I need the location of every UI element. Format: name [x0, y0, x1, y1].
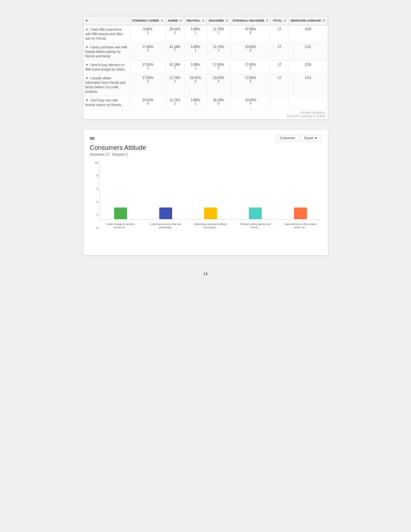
- chart-bars-area: [100, 161, 321, 219]
- survey-table: ▼ STRONGLY AGREE ▼ AGREE ▼ NEUTRAL ▼: [83, 16, 328, 120]
- cell-sd-1: 23.53%4: [230, 43, 271, 61]
- sort-arrow-wa: ▼: [323, 19, 326, 22]
- sort-arrow-sd: ▼: [266, 19, 269, 22]
- cell-a-2: 41.18%7: [165, 61, 184, 74]
- q6-meta: Answered: 17 Skipped: 0: [90, 153, 321, 156]
- cell-n-1: 5.88%1: [184, 43, 207, 61]
- col-header-agree[interactable]: AGREE ▼: [165, 16, 184, 25]
- cell-total-3: 17: [271, 74, 289, 96]
- cell-wa-2: 2.35: [289, 61, 328, 74]
- bar-1: [159, 208, 172, 219]
- table-header-row: ▼ STRONGLY AGREE ▼ AGREE ▼ NEUTRAL ▼: [83, 16, 328, 25]
- cell-d-4: 35.29%6: [207, 96, 230, 110]
- row-label-2: ▼I tend to pay attention to Milk brand b…: [83, 61, 130, 74]
- bar-group-0: [103, 208, 138, 219]
- y-label: 2: [96, 213, 98, 216]
- row-toggle-4[interactable]: ▼: [85, 98, 89, 103]
- y-label: 10: [95, 161, 98, 164]
- row-toggle-3[interactable]: ▼: [85, 76, 89, 81]
- cell-sd-2: 17.65%3: [230, 61, 271, 74]
- q6-header: Q6 Customize Export ▼: [90, 135, 321, 141]
- sort-arrow-a: ▼: [179, 19, 182, 22]
- chart-y-axis: 0246810: [90, 161, 100, 229]
- col-header-strongly-agree[interactable]: STRONGLY AGREE ▼: [130, 16, 166, 25]
- y-label: 4: [96, 200, 98, 203]
- row-label-4: ▼I don't buy new milk brands unless my f…: [83, 96, 130, 110]
- bar-3: [249, 208, 262, 219]
- x-label-4: I pay attention to the product smell, co…: [283, 223, 318, 229]
- bar-group-2: [193, 208, 228, 219]
- cell-sa-0: 5.88%1: [130, 25, 166, 43]
- bar-4: [294, 208, 307, 219]
- x-label-3: Product selling agents and stores...: [238, 223, 273, 229]
- table-row: ▼I tend to pay attention to Milk brand b…: [83, 61, 328, 74]
- cell-sd-0: 47.06%8: [230, 25, 271, 43]
- row-label-0: ▼I have little experience with Milk bran…: [83, 25, 130, 43]
- x-label-1: I only buy products that suit personalit…: [148, 223, 183, 229]
- col-header-strongly-disagree[interactable]: STRONGLY DISAGREE ▼: [230, 16, 271, 25]
- bar-group-3: [238, 208, 273, 219]
- col-header-disagree[interactable]: DISAGREE ▼: [207, 16, 230, 25]
- cell-n-4: 5.88%1: [184, 96, 207, 110]
- q6-section: Q6 Customize Export ▼ Consumers Attitude…: [83, 129, 328, 256]
- table-row: ▼I don't buy new milk brands unless my f…: [83, 96, 328, 110]
- cell-total-1: 17: [271, 43, 289, 61]
- sort-arrow-total: ▼: [284, 19, 287, 22]
- cell-sd-4: 23.53%4: [230, 96, 271, 110]
- cell-sa-3: 17.65%3: [130, 74, 166, 96]
- chart-container: 0246810 I often change to another produc…: [90, 161, 321, 249]
- x-label-2: Advertising technique affects my buying.…: [193, 223, 228, 229]
- row-toggle-0[interactable]: ▼: [85, 27, 89, 32]
- cell-sa-1: 17.65%3: [130, 43, 166, 61]
- cell-n-2: 5.88%1: [184, 61, 207, 74]
- cell-sd-3: 17.65%3: [230, 74, 271, 96]
- sort-arrow-d: ▼: [225, 19, 228, 22]
- col-header-total[interactable]: TOTAL ▼: [271, 16, 289, 25]
- row-label-3: ▼I usually obtain information from frien…: [83, 74, 130, 96]
- table-row: ▼I rarely purchase new milk brands befor…: [83, 43, 328, 61]
- chart-x-labels: I often change to another product if...I…: [100, 221, 321, 229]
- row-toggle-2[interactable]: ▼: [85, 63, 89, 67]
- page-number: 14: [203, 272, 208, 276]
- cell-a-4: 11.76%2: [165, 96, 184, 110]
- cell-a-3: 11.76%2: [165, 74, 184, 96]
- y-label: 6: [96, 188, 98, 190]
- cell-n-3: 29.41%5: [184, 74, 207, 96]
- col-header-neutral[interactable]: NEUTRAL ▼: [184, 16, 207, 25]
- row-label-1: ▼I rarely purchase new milk brands befor…: [83, 43, 130, 61]
- cell-d-2: 17.65%3: [207, 61, 230, 74]
- bar-group-1: [148, 208, 183, 219]
- sort-arrow-sa: ▼: [161, 19, 163, 22]
- cell-wa-4: [289, 96, 328, 110]
- chevron-down-icon: ▼: [315, 136, 318, 140]
- sort-arrow-n: ▼: [202, 19, 205, 22]
- cell-a-0: 29.41%5: [165, 25, 184, 43]
- cell-a-1: 41.18%7: [165, 43, 184, 61]
- col-header-weighted-avg[interactable]: WEIGHTED AVERAGE ▼: [289, 16, 328, 25]
- q6-action-buttons: Customize Export ▼: [276, 135, 321, 141]
- bar-group-4: [283, 208, 318, 219]
- customize-button[interactable]: Customize: [276, 135, 298, 141]
- q6-title: Consumers Attitude: [90, 144, 321, 151]
- table-row: ▼I usually obtain information from frien…: [83, 74, 328, 96]
- x-label-0: I often change to another product if...: [103, 223, 138, 229]
- cell-d-3: 23.53%4: [207, 74, 230, 96]
- sort-arrow-label: ▼: [85, 19, 88, 22]
- cell-total-4: [271, 96, 289, 110]
- cell-total-0: 17: [271, 25, 289, 43]
- y-label: 8: [96, 174, 98, 177]
- cell-d-0: 11.76%2: [207, 25, 230, 43]
- activate-windows-notice: Activate Windows Go to PC settings to ac…: [83, 110, 328, 119]
- table-row: ▼I have little experience with Milk bran…: [83, 25, 328, 43]
- cell-wa-1: 2.41: [289, 43, 328, 61]
- cell-wa-3: 2.41: [289, 74, 328, 96]
- row-toggle-1[interactable]: ▼: [85, 45, 89, 50]
- bar-2: [204, 208, 217, 219]
- cell-sa-4: 23.53%4: [130, 96, 166, 110]
- y-label: 0: [96, 227, 98, 229]
- cell-total-2: 17: [271, 61, 289, 74]
- cell-n-0: 5.88%1: [184, 25, 207, 43]
- export-button[interactable]: Export ▼: [301, 135, 321, 141]
- col-header-label[interactable]: ▼: [83, 16, 130, 25]
- bar-0: [114, 208, 127, 219]
